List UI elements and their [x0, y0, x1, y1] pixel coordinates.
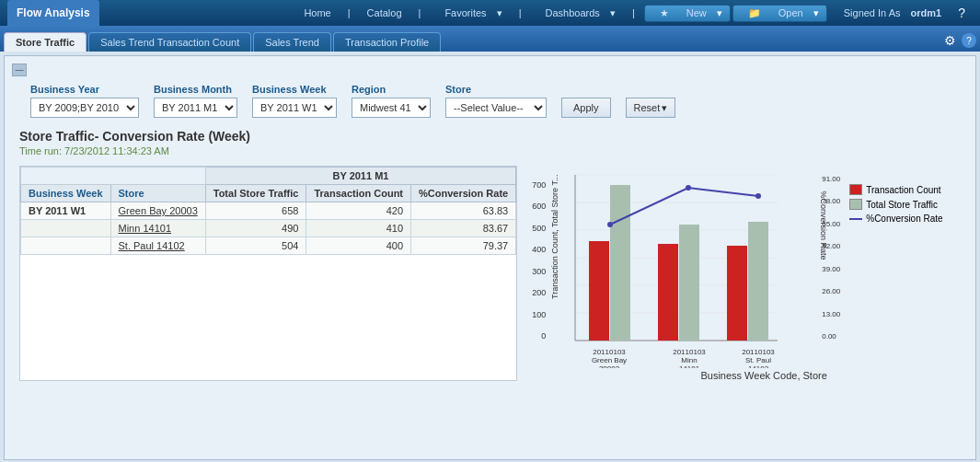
reset-chevron-icon: ▾ [662, 102, 667, 114]
cell-biz-week [21, 220, 111, 237]
business-week-label: Business Week [252, 84, 337, 95]
region-select[interactable]: Midwest 41 [352, 98, 431, 118]
svg-text:20110103: 20110103 [742, 348, 775, 356]
store-label: Store [445, 84, 547, 95]
tab-sales-trend[interactable]: Sales Trend [253, 32, 331, 52]
legend-label-tc: Transaction Count [866, 185, 940, 195]
main-content: BY 2011 M1 Business Week Store Total Sto… [19, 166, 968, 381]
business-week-select[interactable]: BY 2011 W1 [252, 98, 337, 118]
bar-tst-2 [679, 225, 699, 341]
nav-home[interactable]: Home [296, 7, 338, 18]
region-label: Region [352, 84, 431, 95]
cell-biz-week: BY 2011 W1 [21, 202, 111, 220]
business-month-select[interactable]: BY 2011 M1 [154, 98, 237, 118]
business-year-label: Business Year [30, 84, 139, 95]
question-icon[interactable]: ? [962, 33, 976, 48]
cell-store[interactable]: Green Bay 20003 [110, 202, 205, 220]
conversion-rate-line [610, 188, 758, 225]
bar-tc-1 [589, 241, 609, 341]
y-right-label: %Conversion Rate [819, 170, 828, 281]
legend-swatch-cr [849, 218, 862, 220]
tab-store-traffic[interactable]: Store Traffic [4, 32, 86, 52]
content-area: — Business Year BY 2009;BY 2010 Business… [4, 55, 976, 460]
bar-tc-2 [658, 244, 678, 341]
nav-catalog[interactable]: Catalog [360, 7, 409, 18]
folder-icon: 📁 [741, 7, 768, 19]
reset-button[interactable]: Reset ▾ [626, 98, 676, 118]
chart-x-label: Business Week Code, Store [559, 370, 968, 381]
cell-store[interactable]: St. Paul 14102 [110, 237, 205, 255]
col-span-header: BY 2011 M1 [205, 167, 515, 185]
cell-total-traffic: 504 [205, 237, 306, 255]
legend-transaction-count: Transaction Count [849, 184, 942, 195]
svg-text:Minn: Minn [682, 356, 698, 364]
new-button[interactable]: ★ New ▾ [644, 5, 731, 22]
cell-store[interactable]: Minn 14101 [110, 220, 205, 237]
data-table: BY 2011 M1 Business Week Store Total Sto… [20, 167, 516, 255]
svg-text:Green Bay: Green Bay [592, 356, 627, 364]
table-row: St. Paul 1410250440079.37 [21, 237, 516, 255]
legend-label-cr: %Conversion Rate [866, 214, 942, 224]
chart-svg: 20110103 Green Bay 20003 20110103 Minn 1… [548, 166, 805, 368]
svg-text:St. Paul: St. Paul [745, 356, 771, 364]
legend-label-tst: Total Store Traffic [866, 200, 938, 210]
bar-tst-1 [610, 185, 630, 341]
chart-body: Transaction Count, Total Store T... [548, 166, 805, 368]
chart-area: 700 600 500 400 300 200 100 0 Transactio… [532, 166, 968, 381]
col-biz-week: Business Week [21, 185, 111, 202]
minimize-button[interactable]: — [12, 64, 27, 76]
open-button[interactable]: 📁 Open ▾ [732, 5, 827, 22]
col-store: Store [110, 185, 205, 202]
table-row: Minn 1410149041083.67 [21, 220, 516, 237]
cell-conversion-rate: 83.67 [411, 220, 516, 237]
business-year-select[interactable]: BY 2009;BY 2010 [30, 98, 139, 118]
filter-row: Business Year BY 2009;BY 2010 Business M… [30, 84, 968, 118]
cell-conversion-rate: 63.83 [411, 202, 516, 220]
tab-transaction-profile[interactable]: Transaction Profile [333, 32, 441, 52]
app-title: Flow Analysis [7, 0, 99, 26]
legend-conversion-rate: %Conversion Rate [849, 214, 942, 224]
tab-actions: ⚙ ? [944, 33, 976, 52]
chart-legend: Transaction Count Total Store Traffic %C… [849, 166, 942, 224]
business-month-filter: Business Month BY 2011 M1 [154, 84, 237, 118]
tab-bar: Store Traffic Sales Trend Transaction Co… [0, 26, 980, 52]
legend-total-traffic: Total Store Traffic [849, 199, 942, 210]
region-filter: Region Midwest 41 [352, 84, 431, 118]
svg-text:20003: 20003 [599, 364, 620, 368]
bar-tc-3 [727, 246, 747, 341]
bar-tst-3 [748, 222, 768, 341]
data-table-wrapper: BY 2011 M1 Business Week Store Total Sto… [19, 166, 517, 381]
help-icon[interactable]: ? [951, 6, 973, 20]
cell-transaction-count: 400 [306, 237, 411, 255]
settings-icon[interactable]: ⚙ [944, 33, 956, 48]
nav-favorites[interactable]: Favorites ▾ [430, 7, 509, 19]
apply-button[interactable]: Apply [561, 98, 611, 118]
col-transaction-count: Transaction Count [306, 185, 411, 202]
col-conversion-rate: %Conversion Rate [411, 185, 516, 202]
y-left-axis: 700 600 500 400 300 200 100 0 [532, 166, 548, 368]
star-icon: ★ [652, 7, 676, 19]
svg-text:20110103: 20110103 [673, 348, 706, 356]
nav-dashboards[interactable]: Dashboards ▾ [531, 7, 623, 19]
cell-total-traffic: 490 [205, 220, 306, 237]
main-tabs: Store Traffic Sales Trend Transaction Co… [4, 32, 441, 52]
col-total-traffic: Total Store Traffic [205, 185, 306, 202]
cell-biz-week [21, 237, 111, 255]
tab-sales-trend-transaction[interactable]: Sales Trend Transaction Count [88, 32, 251, 52]
line-point-1 [607, 222, 613, 227]
cell-transaction-count: 420 [306, 202, 411, 220]
signed-in-label: Signed In As ordm1 [829, 7, 949, 18]
store-select[interactable]: --Select Value-- [445, 98, 547, 118]
cell-transaction-count: 410 [306, 220, 411, 237]
run-time: Time run: 7/23/2012 11:34:23 AM [19, 145, 968, 156]
business-year-filter: Business Year BY 2009;BY 2010 [30, 84, 139, 118]
report-title: Store Traffic- Conversion Rate (Week) [19, 129, 968, 144]
cell-conversion-rate: 79.37 [411, 237, 516, 255]
business-month-label: Business Month [154, 84, 237, 95]
chart-container: 700 600 500 400 300 200 100 0 Transactio… [532, 166, 968, 368]
store-filter: Store --Select Value-- [445, 84, 547, 118]
line-point-2 [686, 185, 691, 191]
table-row: BY 2011 W1Green Bay 2000365842063.83 [21, 202, 516, 220]
legend-swatch-tst [849, 199, 862, 210]
legend-swatch-tc [849, 184, 862, 195]
